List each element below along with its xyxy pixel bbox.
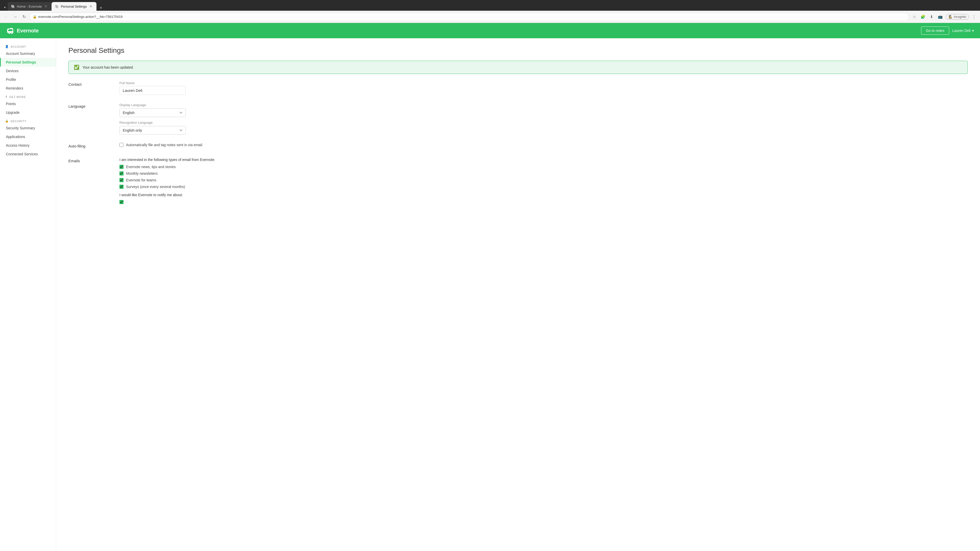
browser-toolbar: ← → ↻ 🔒 evernote.com/PersonalSettings.ac…: [0, 11, 980, 23]
sidebar-item-upgrade[interactable]: Upgrade: [0, 108, 56, 117]
emails-label: Emails: [68, 158, 119, 206]
sidebar-item-profile[interactable]: Profile: [0, 75, 56, 84]
sidebar-item-access-history[interactable]: Access History: [0, 141, 56, 150]
evernote-header: Evernote Go to notes Lauren Deli ▾: [0, 23, 980, 38]
notify-intro: I would like Evernote to notify me about…: [119, 193, 968, 197]
browser-tabs: ▾ 🐘 Home - Evernote ✕ 🐘 Personal Setting…: [0, 0, 980, 11]
full-name-input[interactable]: [119, 86, 186, 95]
email-surveys-checkbox[interactable]: [119, 185, 124, 189]
incognito-label: Incognito: [954, 15, 966, 19]
evernote-elephant-icon: [6, 27, 14, 35]
language-label: Language: [68, 103, 119, 135]
language-section: Language Display Language English French…: [68, 103, 968, 135]
email-news-label: Evernote news, tips and stories: [126, 165, 176, 169]
success-message: Your account has been updated.: [83, 65, 134, 69]
header-actions: Go to notes Lauren Deli ▾: [921, 27, 974, 35]
sidebar-item-security-summary[interactable]: Security Summary: [0, 124, 56, 132]
account-section-icon: 👤: [5, 45, 9, 48]
sidebar-item-account-summary[interactable]: Account Summary: [0, 49, 56, 58]
email-teams-checkbox[interactable]: [119, 178, 124, 182]
sidebar-item-points[interactable]: Points: [0, 100, 56, 108]
emails-section: Emails I am interested in the following …: [68, 158, 968, 206]
notify-checkbox-row: [119, 200, 968, 204]
user-menu[interactable]: Lauren Deli ▾: [952, 29, 974, 33]
email-newsletter-label: Monthly newsletters: [126, 171, 158, 176]
email-teams-row: Evernote for teams: [119, 178, 968, 182]
evernote-logo-text: Evernote: [17, 28, 39, 34]
security-section-icon: 🔒: [5, 119, 9, 123]
contact-section: Contact Full Name: [68, 81, 968, 95]
auto-filing-checkbox-row: Automatically file and tag notes sent in…: [119, 143, 968, 147]
menu-button[interactable]: ⋮: [970, 14, 977, 20]
auto-filing-checkbox[interactable]: [119, 143, 124, 147]
recognition-language-select[interactable]: English only English French German Spani…: [119, 126, 186, 135]
display-language-label: Display Language: [119, 103, 968, 107]
email-surveys-row: Surveys (once every several months): [119, 185, 968, 189]
browser-tab-settings[interactable]: 🐘 Personal Settings ✕: [52, 2, 97, 11]
sidebar-item-reminders[interactable]: Reminders: [0, 84, 56, 93]
lock-icon: 🔒: [33, 15, 37, 19]
sidebar-item-applications[interactable]: Applications: [0, 132, 56, 141]
sidebar: 👤 ACCOUNT Account Summary Personal Setti…: [0, 38, 56, 551]
recognition-language-label: Recognition Language: [119, 121, 968, 124]
reload-button[interactable]: ↻: [21, 13, 27, 20]
auto-filing-checkbox-label: Automatically file and tag notes sent in…: [126, 143, 203, 147]
bookmark-button[interactable]: ☆: [911, 14, 918, 20]
browser-tab-home[interactable]: 🐘 Home - Evernote ✕: [8, 2, 52, 11]
user-menu-chevron: ▾: [972, 29, 974, 33]
email-news-row: Evernote news, tips and stories: [119, 165, 968, 169]
sidebar-get-more-section: ⬆ GET MORE: [0, 93, 56, 100]
auto-filing-content: Automatically file and tag notes sent in…: [119, 143, 968, 149]
incognito-badge: 🕵 Incognito: [946, 14, 969, 20]
app-layout: 👤 ACCOUNT Account Summary Personal Setti…: [0, 38, 980, 551]
url-text: evernote.com/PersonalSettings.action?__f…: [38, 15, 906, 19]
download-button[interactable]: ⬇: [928, 14, 935, 20]
sidebar-item-devices[interactable]: Devices: [0, 67, 56, 75]
language-content: Display Language English French German S…: [119, 103, 968, 135]
email-teams-label: Evernote for teams: [126, 178, 156, 182]
emails-intro: I am interested in the following types o…: [119, 158, 968, 162]
full-name-label: Full Name: [119, 81, 968, 85]
success-icon: ✅: [74, 65, 80, 70]
tab-dropdown-btn[interactable]: ▾: [2, 4, 8, 11]
user-name: Lauren Deli: [952, 29, 970, 33]
notify-checkbox[interactable]: [119, 200, 124, 204]
sidebar-item-personal-settings[interactable]: Personal Settings: [0, 58, 56, 67]
forward-button[interactable]: →: [12, 14, 19, 20]
settings-tab-favicon: 🐘: [55, 5, 59, 8]
emails-content: I am interested in the following types o…: [119, 158, 968, 206]
cast-button[interactable]: 📺: [936, 14, 944, 20]
contact-content: Full Name: [119, 81, 968, 95]
new-tab-button[interactable]: +: [97, 5, 104, 11]
success-banner: ✅ Your account has been updated.: [68, 61, 968, 74]
settings-tab-title: Personal Settings: [61, 5, 87, 8]
address-bar[interactable]: 🔒 evernote.com/PersonalSettings.action?_…: [29, 13, 909, 21]
sidebar-account-section: 👤 ACCOUNT: [0, 42, 56, 49]
email-surveys-label: Surveys (once every several months): [126, 185, 185, 189]
evernote-logo[interactable]: Evernote: [6, 27, 39, 35]
incognito-icon: 🕵: [948, 15, 953, 19]
home-tab-title: Home - Evernote: [17, 5, 42, 8]
display-language-select[interactable]: English French German Spanish Japanese C…: [119, 108, 186, 117]
email-newsletter-checkbox[interactable]: [119, 171, 124, 176]
page-title: Personal Settings: [68, 46, 968, 55]
home-tab-close[interactable]: ✕: [44, 4, 48, 8]
toolbar-actions: ☆ 🧩 ⬇ 📺 🕵 Incognito ⋮: [911, 14, 977, 20]
browser-chrome: ▾ 🐘 Home - Evernote ✕ 🐘 Personal Setting…: [0, 0, 980, 23]
email-news-checkbox[interactable]: [119, 165, 124, 169]
auto-filing-section: Auto-filing Automatically file and tag n…: [68, 143, 968, 149]
settings-tab-close[interactable]: ✕: [89, 4, 93, 8]
sidebar-security-section: 🔒 SECURITY: [0, 117, 56, 124]
extensions-button[interactable]: 🧩: [919, 14, 927, 20]
goto-notes-button[interactable]: Go to notes: [921, 27, 949, 35]
home-tab-favicon: 🐘: [11, 5, 15, 8]
contact-label: Contact: [68, 81, 119, 95]
main-content: Personal Settings ✅ Your account has bee…: [56, 38, 980, 551]
get-more-section-icon: ⬆: [5, 95, 8, 98]
email-newsletter-row: Monthly newsletters: [119, 171, 968, 176]
sidebar-item-connected-services[interactable]: Connected Services: [0, 150, 56, 159]
back-button[interactable]: ←: [3, 14, 10, 20]
auto-filing-label: Auto-filing: [68, 143, 119, 149]
